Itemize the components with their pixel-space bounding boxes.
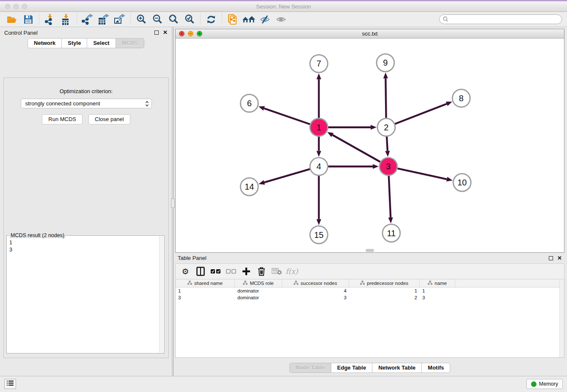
run-mcds-button[interactable]: Run MCDS — [42, 114, 83, 124]
table-tab-edge-table[interactable]: Edge Table — [331, 363, 372, 373]
import-network-button[interactable] — [42, 13, 58, 26]
status-bar: Memory — [0, 376, 567, 392]
node-table: shared nameMCDS rolesuccessor nodesprede… — [175, 279, 564, 358]
column-header-shared-name[interactable]: shared name — [176, 279, 235, 287]
zoom-selected-button[interactable] — [182, 13, 198, 26]
graph-node-3[interactable]: 3 — [380, 157, 397, 175]
mcds-result-node: 1 — [9, 239, 162, 246]
open-file-button[interactable] — [4, 13, 20, 26]
close-table-panel-icon[interactable]: ✕ — [557, 256, 562, 260]
splitter-handle[interactable] — [171, 199, 175, 208]
table-cell: dominator — [235, 295, 282, 300]
table-cell: 1 — [349, 288, 420, 293]
memory-button[interactable]: Memory — [526, 379, 563, 389]
edge-arrowhead — [327, 132, 333, 137]
graph-node-8[interactable]: 8 — [452, 89, 470, 107]
toolbar-separator — [77, 14, 77, 25]
edge-arrowhead — [383, 72, 388, 78]
graph-node-10[interactable]: 10 — [453, 174, 471, 191]
graph-node-9[interactable]: 9 — [377, 54, 394, 72]
clone-network-button[interactable] — [225, 13, 241, 26]
graph-node-7[interactable]: 7 — [310, 55, 328, 72]
deselect-all-rows-button[interactable] — [226, 265, 237, 277]
function-builder-button: f(x) — [286, 265, 298, 277]
window-controls — [5, 4, 27, 9]
zoom-out-button[interactable] — [149, 13, 165, 26]
import-table-button[interactable] — [58, 13, 74, 26]
delete-column-button[interactable] — [256, 265, 267, 277]
column-header-predecessor-nodes[interactable]: predecessor nodes — [349, 279, 420, 287]
toolbar-separator — [222, 14, 222, 25]
node-label: 2 — [384, 123, 388, 132]
node-label: 10 — [457, 178, 467, 187]
edge-arrowhead — [385, 151, 390, 157]
network-window-title: scc.txt — [176, 29, 564, 39]
show-panels-button[interactable] — [4, 379, 16, 389]
table-settings-gear-button[interactable]: ⚙ — [180, 265, 191, 277]
close-panel-icon[interactable]: ✕ — [163, 30, 168, 35]
graph-node-4[interactable]: 4 — [310, 157, 328, 175]
close-panel-button[interactable]: Close panel — [88, 114, 130, 124]
edge-3-1[interactable] — [333, 135, 380, 162]
column-header-MCDS-role[interactable]: MCDS role — [235, 279, 282, 287]
zoom-in-button[interactable] — [133, 13, 149, 26]
graph-node-1[interactable]: 1 — [310, 119, 328, 136]
add-column-button[interactable] — [241, 265, 252, 277]
table-tab-network-table[interactable]: Network Table — [372, 363, 422, 373]
table-scrollbar[interactable] — [559, 279, 564, 357]
zoom-fit-button[interactable] — [165, 13, 182, 26]
graph-node-2[interactable]: 2 — [377, 119, 395, 136]
tab-network[interactable]: Network — [28, 38, 62, 48]
tab-style[interactable]: Style — [62, 38, 87, 48]
table-panel: Table Panel ✕ ⚙ f(x) shared nameMCDS rol… — [173, 253, 567, 376]
save-session-button[interactable] — [20, 13, 36, 26]
float-table-panel-icon[interactable] — [549, 256, 553, 260]
zoom-window-button[interactable] — [22, 4, 27, 9]
apply-layout-button[interactable] — [203, 13, 219, 26]
edge-4-14[interactable] — [264, 169, 310, 182]
graph-node-6[interactable]: 6 — [240, 94, 258, 112]
close-window-button[interactable] — [5, 4, 10, 9]
node-label: 7 — [317, 59, 321, 68]
tab-mcds[interactable]: MCDS — [116, 38, 144, 48]
edge-2-3[interactable] — [387, 137, 388, 151]
graph-node-14[interactable]: 14 — [240, 178, 258, 196]
export-table-button[interactable] — [96, 13, 112, 26]
network-canvas[interactable]: 7968124314101511 — [176, 39, 564, 252]
export-network-button[interactable] — [80, 13, 96, 26]
control-panel-title: Control Panel — [4, 30, 154, 36]
network-zoom-button[interactable]: + — [197, 31, 202, 36]
edge-arrowhead — [446, 177, 453, 182]
graph-node-15[interactable]: 15 — [310, 226, 328, 244]
table-row[interactable]: 1dominator411 — [176, 287, 564, 294]
column-header-name[interactable]: name — [420, 279, 455, 287]
network-close-button[interactable]: × — [179, 31, 184, 36]
table-tab-motifs[interactable]: Motifs — [422, 363, 450, 373]
float-panel-icon[interactable] — [154, 30, 159, 35]
table-cell: 1 — [420, 288, 455, 293]
edge-2-9[interactable] — [385, 78, 386, 118]
export-image-button[interactable] — [112, 13, 128, 26]
column-visibility-button[interactable] — [195, 265, 206, 277]
edge-1-6[interactable] — [264, 108, 310, 124]
edge-arrowhead — [259, 180, 265, 185]
column-header-successor-nodes[interactable]: successor nodes — [282, 279, 349, 287]
graph-node-11[interactable]: 11 — [383, 224, 400, 242]
search-input[interactable] — [439, 14, 562, 24]
network-minimize-button[interactable]: − — [188, 31, 193, 36]
optimization-criterion-select[interactable]: strongly connected component — [21, 99, 152, 108]
table-tab-node-table[interactable]: Node Table — [289, 363, 331, 373]
edge-3-11[interactable] — [389, 176, 391, 218]
network-hscrollbar[interactable] — [366, 249, 374, 252]
table-row[interactable]: 3dominator323 — [176, 294, 564, 301]
edge-arrowhead — [373, 164, 379, 169]
select-all-rows-button[interactable] — [210, 265, 221, 277]
minimize-window-button[interactable] — [14, 4, 19, 9]
first-neighbors-button[interactable] — [241, 13, 257, 26]
mcds-result-scrollbar[interactable] — [159, 236, 164, 353]
sort-tree-icon — [428, 281, 432, 286]
tab-select[interactable]: Select — [87, 38, 116, 48]
edge-2-8[interactable] — [395, 104, 446, 124]
edge-3-10[interactable] — [397, 168, 447, 179]
hide-selected-button[interactable] — [257, 13, 273, 26]
